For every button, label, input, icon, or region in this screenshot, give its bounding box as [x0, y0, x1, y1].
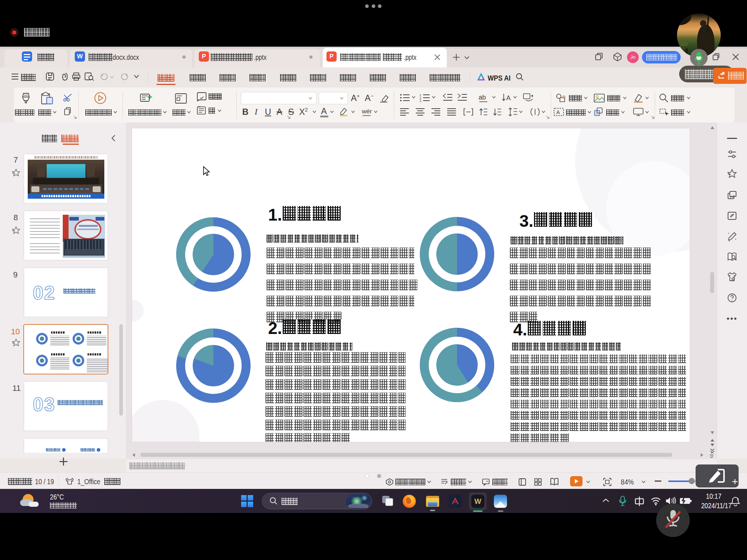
- svg-text:ab: ab: [479, 94, 486, 101]
- svg-text:3: 3: [419, 100, 421, 102]
- svg-text:A: A: [506, 94, 511, 102]
- svg-text:wén: wén: [361, 108, 372, 115]
- svg-text:z: z: [737, 497, 739, 501]
- svg-text:A: A: [556, 109, 560, 115]
